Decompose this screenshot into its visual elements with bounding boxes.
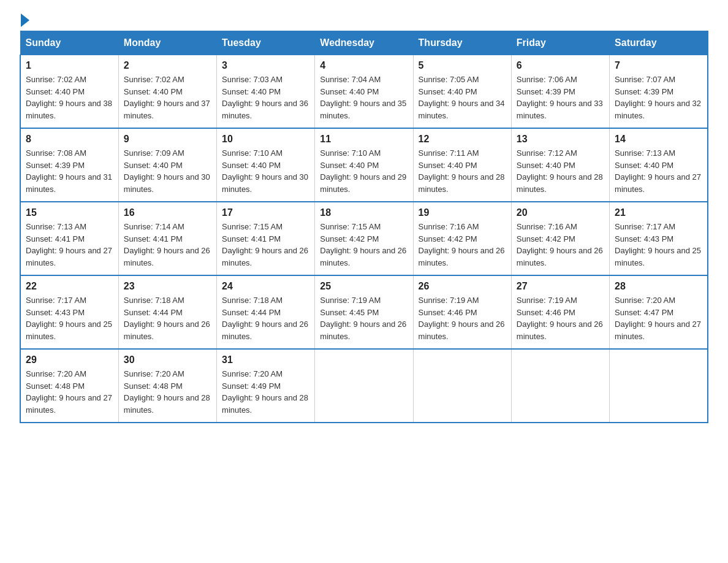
day-cell — [511, 349, 609, 423]
day-number: 8 — [26, 134, 113, 145]
day-number: 24 — [222, 281, 309, 292]
day-info: Sunrise: 7:20 AMSunset: 4:48 PMDaylight:… — [124, 369, 210, 415]
day-number: 19 — [419, 207, 506, 218]
day-number: 16 — [124, 207, 211, 218]
day-info: Sunrise: 7:09 AMSunset: 4:40 PMDaylight:… — [124, 148, 210, 194]
day-info: Sunrise: 7:06 AMSunset: 4:39 PMDaylight:… — [517, 75, 603, 120]
day-cell: 28 Sunrise: 7:20 AMSunset: 4:47 PMDaylig… — [610, 275, 708, 349]
day-number: 10 — [222, 134, 309, 145]
day-info: Sunrise: 7:20 AMSunset: 4:48 PMDaylight:… — [26, 369, 112, 415]
day-number: 31 — [222, 354, 309, 366]
day-info: Sunrise: 7:19 AMSunset: 4:46 PMDaylight:… — [517, 296, 603, 341]
day-info: Sunrise: 7:15 AMSunset: 4:41 PMDaylight:… — [222, 222, 308, 267]
day-cell: 15 Sunrise: 7:13 AMSunset: 4:41 PMDaylig… — [20, 202, 118, 275]
day-number: 13 — [517, 134, 604, 145]
day-number: 26 — [419, 281, 506, 292]
day-cell: 10 Sunrise: 7:10 AMSunset: 4:40 PMDaylig… — [217, 128, 315, 202]
day-info: Sunrise: 7:03 AMSunset: 4:40 PMDaylight:… — [222, 75, 308, 120]
day-info: Sunrise: 7:10 AMSunset: 4:40 PMDaylight:… — [320, 148, 406, 194]
col-header-sunday: Sunday — [20, 31, 118, 55]
day-cell: 31 Sunrise: 7:20 AMSunset: 4:49 PMDaylig… — [217, 349, 315, 423]
day-cell: 8 Sunrise: 7:08 AMSunset: 4:39 PMDayligh… — [20, 128, 118, 202]
day-cell: 18 Sunrise: 7:15 AMSunset: 4:42 PMDaylig… — [315, 202, 413, 275]
day-cell: 13 Sunrise: 7:12 AMSunset: 4:40 PMDaylig… — [511, 128, 609, 202]
col-header-friday: Friday — [511, 31, 609, 55]
day-cell: 26 Sunrise: 7:19 AMSunset: 4:46 PMDaylig… — [413, 275, 511, 349]
day-number: 2 — [124, 60, 211, 71]
day-info: Sunrise: 7:07 AMSunset: 4:39 PMDaylight:… — [615, 75, 701, 120]
week-row-4: 22 Sunrise: 7:17 AMSunset: 4:43 PMDaylig… — [20, 275, 708, 349]
day-number: 6 — [517, 60, 604, 71]
day-info: Sunrise: 7:20 AMSunset: 4:49 PMDaylight:… — [222, 369, 308, 415]
day-cell: 6 Sunrise: 7:06 AMSunset: 4:39 PMDayligh… — [511, 55, 609, 129]
col-header-wednesday: Wednesday — [315, 31, 413, 55]
day-info: Sunrise: 7:13 AMSunset: 4:41 PMDaylight:… — [26, 222, 112, 267]
day-info: Sunrise: 7:15 AMSunset: 4:42 PMDaylight:… — [320, 222, 406, 267]
page-header — [20, 15, 708, 23]
day-number: 14 — [615, 134, 702, 145]
day-info: Sunrise: 7:13 AMSunset: 4:40 PMDaylight:… — [615, 148, 701, 194]
day-info: Sunrise: 7:02 AMSunset: 4:40 PMDaylight:… — [124, 75, 210, 120]
day-cell — [610, 349, 708, 423]
day-number: 18 — [320, 207, 408, 218]
day-cell: 16 Sunrise: 7:14 AMSunset: 4:41 PMDaylig… — [118, 202, 216, 275]
day-info: Sunrise: 7:19 AMSunset: 4:46 PMDaylight:… — [419, 296, 505, 341]
day-info: Sunrise: 7:19 AMSunset: 4:45 PMDaylight:… — [320, 296, 406, 341]
day-cell: 17 Sunrise: 7:15 AMSunset: 4:41 PMDaylig… — [217, 202, 315, 275]
day-number: 21 — [615, 207, 702, 218]
day-info: Sunrise: 7:02 AMSunset: 4:40 PMDaylight:… — [26, 75, 112, 120]
day-number: 9 — [124, 134, 211, 145]
day-cell: 14 Sunrise: 7:13 AMSunset: 4:40 PMDaylig… — [610, 128, 708, 202]
day-info: Sunrise: 7:17 AMSunset: 4:43 PMDaylight:… — [615, 222, 701, 267]
logo — [20, 15, 29, 23]
day-number: 1 — [26, 60, 113, 71]
day-cell: 3 Sunrise: 7:03 AMSunset: 4:40 PMDayligh… — [217, 55, 315, 129]
day-number: 28 — [615, 281, 702, 292]
day-number: 15 — [26, 207, 113, 218]
week-row-3: 15 Sunrise: 7:13 AMSunset: 4:41 PMDaylig… — [20, 202, 708, 275]
week-row-1: 1 Sunrise: 7:02 AMSunset: 4:40 PMDayligh… — [20, 55, 708, 129]
day-info: Sunrise: 7:11 AMSunset: 4:40 PMDaylight:… — [419, 148, 505, 194]
day-number: 25 — [320, 281, 408, 292]
day-cell: 20 Sunrise: 7:16 AMSunset: 4:42 PMDaylig… — [511, 202, 609, 275]
day-cell: 9 Sunrise: 7:09 AMSunset: 4:40 PMDayligh… — [118, 128, 216, 202]
day-info: Sunrise: 7:17 AMSunset: 4:43 PMDaylight:… — [26, 296, 112, 341]
day-number: 22 — [26, 281, 113, 292]
day-info: Sunrise: 7:18 AMSunset: 4:44 PMDaylight:… — [124, 296, 210, 341]
day-cell: 7 Sunrise: 7:07 AMSunset: 4:39 PMDayligh… — [610, 55, 708, 129]
day-number: 20 — [517, 207, 604, 218]
day-number: 7 — [615, 60, 702, 71]
col-header-saturday: Saturday — [610, 31, 708, 55]
day-number: 27 — [517, 281, 604, 292]
week-row-5: 29 Sunrise: 7:20 AMSunset: 4:48 PMDaylig… — [20, 349, 708, 423]
day-cell: 12 Sunrise: 7:11 AMSunset: 4:40 PMDaylig… — [413, 128, 511, 202]
day-number: 29 — [26, 354, 113, 366]
day-number: 3 — [222, 60, 309, 71]
day-info: Sunrise: 7:12 AMSunset: 4:40 PMDaylight:… — [517, 148, 603, 194]
day-number: 11 — [320, 134, 408, 145]
week-row-2: 8 Sunrise: 7:08 AMSunset: 4:39 PMDayligh… — [20, 128, 708, 202]
day-cell: 30 Sunrise: 7:20 AMSunset: 4:48 PMDaylig… — [118, 349, 216, 423]
col-header-thursday: Thursday — [413, 31, 511, 55]
day-info: Sunrise: 7:16 AMSunset: 4:42 PMDaylight:… — [517, 222, 603, 267]
day-cell: 1 Sunrise: 7:02 AMSunset: 4:40 PMDayligh… — [20, 55, 118, 129]
col-header-monday: Monday — [118, 31, 216, 55]
day-cell: 22 Sunrise: 7:17 AMSunset: 4:43 PMDaylig… — [20, 275, 118, 349]
day-cell: 23 Sunrise: 7:18 AMSunset: 4:44 PMDaylig… — [118, 275, 216, 349]
day-cell: 5 Sunrise: 7:05 AMSunset: 4:40 PMDayligh… — [413, 55, 511, 129]
day-cell: 25 Sunrise: 7:19 AMSunset: 4:45 PMDaylig… — [315, 275, 413, 349]
day-cell: 19 Sunrise: 7:16 AMSunset: 4:42 PMDaylig… — [413, 202, 511, 275]
day-info: Sunrise: 7:18 AMSunset: 4:44 PMDaylight:… — [222, 296, 308, 341]
logo-arrow-icon — [21, 13, 29, 27]
day-info: Sunrise: 7:04 AMSunset: 4:40 PMDaylight:… — [320, 75, 406, 120]
day-cell — [413, 349, 511, 423]
day-number: 30 — [124, 354, 211, 366]
day-info: Sunrise: 7:14 AMSunset: 4:41 PMDaylight:… — [124, 222, 210, 267]
day-cell: 24 Sunrise: 7:18 AMSunset: 4:44 PMDaylig… — [217, 275, 315, 349]
day-info: Sunrise: 7:05 AMSunset: 4:40 PMDaylight:… — [419, 75, 505, 120]
day-info: Sunrise: 7:08 AMSunset: 4:39 PMDaylight:… — [26, 148, 112, 194]
day-number: 12 — [419, 134, 506, 145]
day-cell: 11 Sunrise: 7:10 AMSunset: 4:40 PMDaylig… — [315, 128, 413, 202]
calendar-header-row: SundayMondayTuesdayWednesdayThursdayFrid… — [20, 31, 708, 55]
day-cell: 27 Sunrise: 7:19 AMSunset: 4:46 PMDaylig… — [511, 275, 609, 349]
